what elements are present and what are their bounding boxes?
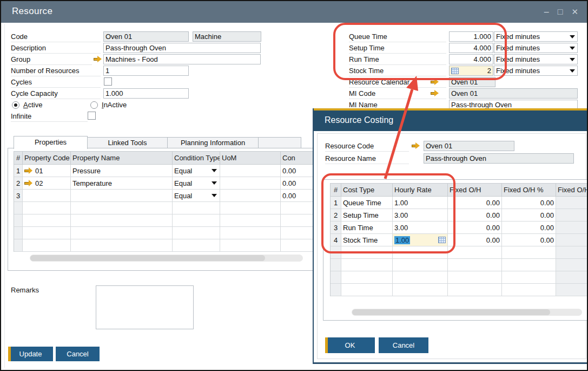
link-arrow-icon[interactable] <box>24 168 32 174</box>
fixed-oh-amount-cell[interactable] <box>556 259 588 271</box>
fixed-oh-pct-cell[interactable] <box>502 284 556 296</box>
dialog-cancel-button[interactable]: Cancel <box>379 337 428 353</box>
fixed-oh-pct-cell[interactable] <box>502 259 556 271</box>
condition-value-cell[interactable] <box>281 202 314 214</box>
fixed-oh-cell[interactable]: 0.00 <box>448 234 502 246</box>
row-number-cell[interactable]: 1 <box>14 165 23 177</box>
fixed-oh-amount-cell[interactable] <box>556 284 588 296</box>
uom-cell[interactable] <box>220 177 281 190</box>
column-header[interactable]: Fixed O/H <box>556 184 588 197</box>
stock-time-unit-select[interactable]: Fixed minutes <box>494 66 578 76</box>
fixed-oh-amount-cell[interactable] <box>556 222 588 234</box>
run-time-unit-select[interactable]: Fixed minutes <box>494 54 578 64</box>
condition-value-cell[interactable] <box>281 214 314 227</box>
resource-name-field[interactable]: Pass-through Oven <box>424 153 574 164</box>
remarks-textarea[interactable] <box>96 285 194 329</box>
cycles-checkbox[interactable] <box>104 77 112 86</box>
minimize-icon[interactable]: – <box>544 5 549 18</box>
condition-value-cell[interactable] <box>281 227 314 239</box>
tab-partial[interactable] <box>258 137 301 148</box>
hourly-rate-cell[interactable] <box>393 246 448 259</box>
property-code-cell[interactable] <box>23 239 71 252</box>
inactive-radio[interactable] <box>90 101 98 109</box>
cost-type-cell[interactable] <box>341 259 393 271</box>
calculator-icon[interactable] <box>438 237 446 243</box>
fixed-oh-pct-cell[interactable]: 0.00 <box>502 197 556 209</box>
link-arrow-icon[interactable] <box>430 90 439 96</box>
maximize-icon[interactable]: □ <box>558 5 563 18</box>
property-name-cell[interactable]: Pressure <box>71 165 173 177</box>
dropdown-arrow-icon[interactable] <box>212 169 217 172</box>
cost-type-cell[interactable]: Setup Time <box>341 209 393 222</box>
setup-time-field[interactable]: 4.000 <box>449 43 493 53</box>
column-header[interactable]: Hourly Rate <box>393 184 448 197</box>
fixed-oh-cell[interactable] <box>448 246 502 259</box>
calculator-icon[interactable] <box>451 68 459 74</box>
cost-type-cell[interactable] <box>341 246 393 259</box>
row-number-cell[interactable]: 3 <box>14 190 23 202</box>
row-number-cell[interactable]: 1 <box>331 197 341 209</box>
hourly-rate-cell[interactable] <box>393 284 448 296</box>
condition-type-cell[interactable] <box>173 227 220 239</box>
row-number-cell[interactable] <box>14 239 23 252</box>
stock-time-field[interactable]: 2 <box>449 66 493 76</box>
row-number-cell[interactable] <box>14 202 23 214</box>
tab-planning-information[interactable]: Planning Information <box>167 137 259 148</box>
tab-linked-tools[interactable]: Linked Tools <box>87 137 168 148</box>
uom-cell[interactable] <box>220 214 281 227</box>
property-code-cell[interactable] <box>23 214 71 227</box>
update-button[interactable]: Update <box>8 347 53 361</box>
code-field[interactable]: Oven 01 <box>103 31 189 42</box>
ok-button[interactable]: OK <box>325 337 375 353</box>
property-name-cell[interactable] <box>71 214 173 227</box>
active-radio-label[interactable]: Active <box>23 101 42 110</box>
fixed-oh-cell[interactable]: 0.00 <box>448 222 502 234</box>
number-of-resources-field[interactable]: 1 <box>103 66 189 76</box>
property-code-cell[interactable] <box>23 202 71 214</box>
property-code-cell[interactable]: 02 <box>23 177 71 190</box>
column-header[interactable]: # <box>331 184 341 197</box>
row-number-cell[interactable] <box>331 271 341 284</box>
row-number-cell[interactable] <box>331 284 341 296</box>
costing-table-scrollbar[interactable] <box>352 309 582 316</box>
fixed-oh-cell[interactable] <box>448 271 502 284</box>
hourly-rate-cell[interactable] <box>393 271 448 284</box>
cost-type-cell[interactable] <box>341 271 393 284</box>
cost-type-cell[interactable]: Stock Time <box>341 234 393 246</box>
column-header[interactable]: Fixed O/H <box>448 184 502 197</box>
fixed-oh-cell[interactable] <box>448 284 502 296</box>
row-number-cell[interactable]: 2 <box>331 209 341 222</box>
cost-type-cell[interactable]: Queue Time <box>341 197 393 209</box>
link-arrow-icon[interactable] <box>24 180 32 186</box>
description-field[interactable]: Pass-through Oven <box>103 43 261 53</box>
mi-code-field[interactable]: Oven 01 <box>449 88 578 99</box>
fixed-oh-pct-cell[interactable] <box>502 271 556 284</box>
property-name-cell[interactable] <box>71 227 173 239</box>
column-header[interactable]: Cost Type <box>341 184 393 197</box>
queue-time-unit-select[interactable]: Fixed minutes <box>494 31 578 42</box>
tab-properties[interactable]: Properties <box>14 136 88 149</box>
property-name-cell[interactable] <box>71 202 173 214</box>
properties-table-scrollbar[interactable] <box>30 255 303 262</box>
run-time-field[interactable]: 4.000 <box>449 54 493 64</box>
setup-time-unit-select[interactable]: Fixed minutes <box>494 43 578 53</box>
fixed-oh-cell[interactable]: 0.00 <box>448 209 502 222</box>
row-number-cell[interactable] <box>14 214 23 227</box>
dropdown-arrow-icon[interactable] <box>212 181 217 185</box>
property-code-cell[interactable]: 01 <box>23 165 71 177</box>
inactive-radio-label[interactable]: InActive <box>102 101 127 110</box>
row-number-cell[interactable] <box>14 227 23 239</box>
link-arrow-icon[interactable] <box>93 56 102 62</box>
fixed-oh-amount-cell[interactable] <box>556 271 588 284</box>
fixed-oh-pct-cell[interactable]: 0.00 <box>502 234 556 246</box>
condition-value-cell[interactable]: 0.00 <box>281 177 314 190</box>
fixed-oh-pct-cell[interactable] <box>502 246 556 259</box>
row-number-cell[interactable]: 3 <box>331 222 341 234</box>
fixed-oh-amount-cell[interactable] <box>556 209 588 222</box>
row-number-cell[interactable]: 4 <box>331 234 341 246</box>
cycle-capacity-field[interactable]: 1.000 <box>103 88 189 99</box>
condition-value-cell[interactable] <box>281 239 314 252</box>
infinite-checkbox[interactable] <box>88 112 96 120</box>
link-arrow-icon[interactable] <box>430 79 439 85</box>
resource-calendar-field[interactable]: Oven 01 <box>449 77 495 87</box>
